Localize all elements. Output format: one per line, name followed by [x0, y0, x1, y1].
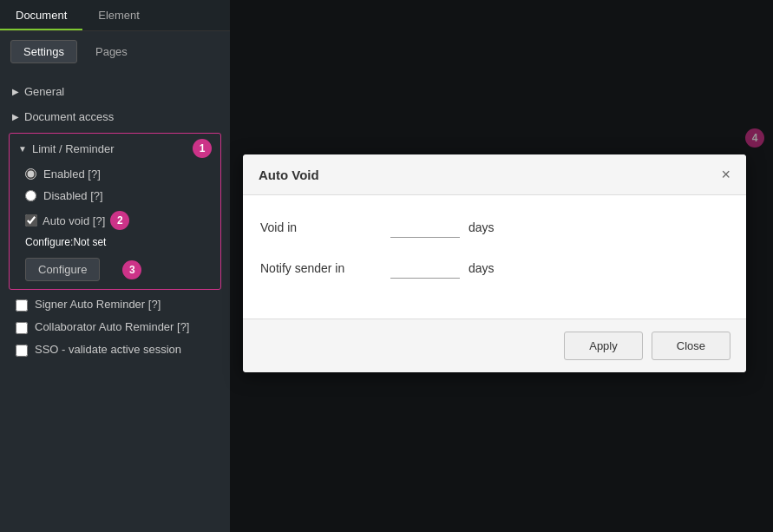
limit-arrow-icon: ▼ — [18, 144, 27, 154]
void-in-input[interactable] — [390, 216, 460, 238]
notify-sender-input[interactable] — [390, 257, 460, 279]
limit-reminder-label: Limit / Reminder — [32, 142, 115, 155]
auto-void-label: Auto void [?] — [43, 214, 105, 227]
signer-reminder-label: Signer Auto Reminder [?] — [35, 298, 160, 311]
disabled-label: Disabled [?] — [43, 189, 103, 202]
void-days-label: days — [468, 220, 495, 234]
auto-void-dialog: Auto Void × Void in days Notify sender i… — [243, 154, 746, 372]
dialog-title: Auto Void — [259, 167, 319, 182]
configure-status: Configure:Not set — [10, 234, 220, 250]
general-arrow-icon: ▶ — [12, 87, 19, 96]
sso-checkbox[interactable] — [16, 345, 28, 357]
dialog-close-button[interactable]: × — [721, 167, 730, 182]
disabled-option[interactable]: Disabled [?] — [10, 185, 220, 207]
notify-sender-label: Notify sender in — [260, 261, 382, 275]
void-in-label: Void in — [260, 220, 382, 234]
main-area: 4 Auto Void × Void in days Notify sender… — [230, 0, 773, 532]
configure-status-text: Configure: — [25, 236, 73, 248]
tab-element[interactable]: Element — [82, 0, 155, 30]
auto-void-row: Auto void [?] 2 — [10, 207, 220, 234]
enabled-label: Enabled [?] — [43, 167, 101, 181]
enabled-radio[interactable] — [25, 168, 36, 180]
limit-reminder-section: ▼ Limit / Reminder 1 Enabled [?] Disable… — [9, 133, 221, 290]
dialog-footer: Apply Close — [243, 319, 746, 372]
doc-access-arrow-icon: ▶ — [12, 112, 19, 122]
collaborator-reminder-item: Collaborator Auto Reminder [?] — [0, 316, 230, 338]
configure-status-value: Not set — [73, 236, 106, 248]
sidebar-content: ▶ General ▶ Document access ▼ Limit / Re… — [0, 72, 230, 532]
badge-1: 1 — [193, 139, 212, 158]
auto-void-checkbox[interactable] — [25, 214, 37, 227]
apply-button[interactable]: Apply — [564, 332, 643, 360]
tab-document[interactable]: Document — [0, 0, 82, 30]
void-in-row: Void in days — [260, 216, 729, 238]
sub-tabs: Settings Pages — [0, 31, 230, 72]
dialog-header: Auto Void × — [243, 154, 746, 195]
badge-3: 3 — [122, 260, 141, 279]
notify-sender-row: Notify sender in days — [260, 257, 729, 279]
badge-2: 2 — [110, 211, 129, 230]
subtab-pages[interactable]: Pages — [82, 40, 141, 63]
signer-reminder-checkbox[interactable] — [16, 299, 28, 312]
subtab-settings[interactable]: Settings — [10, 40, 77, 63]
doc-access-label: Document access — [24, 110, 114, 123]
disabled-radio[interactable] — [25, 190, 36, 201]
sso-label: SSO - validate active session — [35, 343, 181, 356]
collaborator-reminder-checkbox[interactable] — [16, 322, 28, 334]
sidebar-item-document-access[interactable]: ▶ Document access — [0, 104, 230, 129]
sidebar-item-limit-reminder[interactable]: ▼ Limit / Reminder 1 — [10, 134, 220, 163]
sso-item: SSO - validate active session — [0, 338, 230, 361]
dialog-body: Void in days Notify sender in days — [243, 195, 746, 319]
sidebar: Document Element Settings Pages ▶ Genera… — [0, 0, 230, 532]
collaborator-reminder-label: Collaborator Auto Reminder [?] — [35, 320, 189, 333]
notify-days-label: days — [468, 261, 495, 275]
signer-reminder-item: Signer Auto Reminder [?] — [0, 293, 230, 316]
close-button[interactable]: Close — [652, 332, 730, 360]
enabled-option[interactable]: Enabled [?] — [10, 163, 220, 185]
sidebar-item-general[interactable]: ▶ General — [0, 79, 230, 104]
general-label: General — [24, 85, 64, 98]
top-tabs: Document Element — [0, 0, 230, 31]
configure-button[interactable]: Configure — [25, 258, 100, 281]
